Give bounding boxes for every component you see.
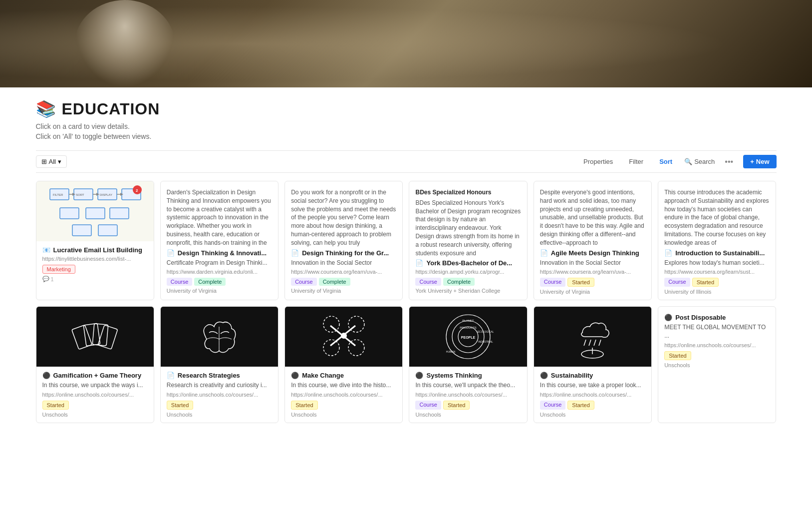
- game-svg: [67, 312, 122, 362]
- tag-complete: Complete: [194, 278, 226, 286]
- card-4-school: York University + Sheridan College: [415, 288, 521, 294]
- all-view-button[interactable]: ⊞ All ▾: [36, 155, 67, 168]
- card-4-header: BDes Specialized Honours: [415, 188, 521, 197]
- card-2-subtitle: Certificate Program in Design Thinki...: [167, 259, 272, 267]
- card-7-tags: Started: [42, 401, 148, 410]
- card-3-icon: 📄: [291, 249, 299, 257]
- page-subtitle-2: Click on 'All' to toggle between views.: [36, 132, 777, 140]
- tag-started-6: Started: [692, 278, 719, 287]
- tag-complete-4: Complete: [443, 278, 475, 286]
- svg-text:PRODUCTS: PRODUCTS: [460, 326, 477, 329]
- card-10-url: https://online.unschools.co/courses/...: [415, 392, 521, 398]
- card-4-tags: Course Complete: [415, 278, 521, 286]
- card-2-title: 📄 Design Thinking & Innovati...: [167, 249, 272, 257]
- svg-line-39: [594, 340, 596, 346]
- comment-icon: 💬: [42, 276, 49, 282]
- card-4-icon: 📄: [415, 259, 423, 267]
- svg-text:INDUSTRIAL: INDUSTRIAL: [478, 340, 493, 343]
- card-4-body: BDes Specialized Honours BDes Specialize…: [409, 181, 527, 299]
- card-9-image: [285, 307, 402, 367]
- card-9-tags: Started: [291, 401, 396, 410]
- card-8-title: 📄 Research Strategies: [167, 372, 272, 379]
- card-10-desc: In this course, we'll unpack the theo...: [415, 381, 521, 390]
- tag-course-4: Course: [415, 278, 441, 286]
- card-12-desc: MEET THE GLOBAL MOVEMENT TO ...: [664, 323, 770, 340]
- card-research[interactable]: 📄 Research Strategies Research is creati…: [160, 306, 278, 423]
- svg-point-27: [341, 333, 347, 339]
- grid-icon: ⊞: [41, 158, 47, 165]
- card-post-disposable[interactable]: ⚫ Post Disposable MEET THE GLOBAL MOVEME…: [658, 306, 776, 423]
- card-8-icon: 📄: [167, 372, 175, 379]
- svg-text:ECOLOGICAL: ECOLOGICAL: [478, 330, 494, 333]
- card-lucrative-email[interactable]: FILTER SORT DISPLAY 2 📧 Lucrativ: [36, 181, 154, 300]
- tag-started-10: Started: [443, 401, 470, 410]
- card-11-desc: In this course, we take a proper look...: [540, 381, 645, 390]
- card-design-thinking-1[interactable]: Darden's Specialization in Design Thinki…: [160, 181, 278, 300]
- card-6-desc: This course introduces the academic appr…: [664, 188, 770, 247]
- svg-text:SORT: SORT: [76, 193, 84, 196]
- card-1-tags: Marketing: [42, 265, 148, 274]
- svg-text:HUMAN: HUMAN: [446, 350, 456, 353]
- card-11-url: https://online.unschools.co/courses/...: [540, 392, 645, 398]
- svg-line-37: [584, 340, 586, 346]
- card-10-tags: Course Started: [415, 401, 521, 410]
- card-8-desc: Research is creativity and curiosity i..…: [167, 381, 272, 390]
- card-6-school: University of Illinois: [664, 289, 770, 295]
- card-8-school: Unschools: [167, 412, 272, 418]
- sort-button[interactable]: Sort: [655, 156, 676, 167]
- card-systems-thinking[interactable]: PEOPLE PRODUCTS PLANET ECOLOGICAL INDUST…: [409, 306, 527, 423]
- card-4-desc: BDes Specialized Honours York's Bachelor…: [415, 199, 521, 258]
- card-make-change[interactable]: ⚫ Make Change In this course, we dive in…: [284, 306, 403, 423]
- card-11-school: Unschools: [540, 412, 645, 418]
- card-9-url: https://online.unschools.co/courses/...: [291, 392, 396, 398]
- card-intro-sustainability[interactable]: This course introduces the academic appr…: [658, 181, 776, 300]
- card-5-tags: Course Started: [540, 278, 645, 287]
- card-agile-design[interactable]: Despite everyone's good intentions, hard…: [534, 181, 652, 300]
- tag-course-10: Course: [415, 401, 441, 410]
- card-3-school: University of Virginia: [291, 288, 396, 294]
- properties-button[interactable]: Properties: [579, 156, 617, 167]
- svg-text:PLANET: PLANET: [462, 319, 474, 322]
- new-button[interactable]: + New: [743, 155, 776, 168]
- card-9-icon: ⚫: [291, 372, 299, 379]
- card-9-body: ⚫ Make Change In this course, we dive in…: [285, 367, 402, 423]
- card-gamification[interactable]: ⚫ Gamification + Game Theory In this cou…: [36, 306, 154, 423]
- svg-rect-7: [60, 208, 79, 219]
- card-1-icon: 📧: [42, 246, 50, 254]
- card-8-url: https://online.unschools.co/courses/...: [167, 392, 272, 398]
- card-2-icon: 📄: [167, 249, 175, 257]
- svg-text:DISPLAY: DISPLAY: [100, 193, 112, 196]
- card-12-icon: ⚫: [664, 314, 672, 321]
- card-design-thinking-2[interactable]: Do you work for a nonprofit or in the so…: [284, 181, 403, 300]
- svg-rect-8: [86, 208, 105, 219]
- cards-grid-row1: FILTER SORT DISPLAY 2 📧 Lucrativ: [36, 181, 777, 300]
- card-4-url: https://design.ampd.yorku.ca/progr...: [415, 269, 521, 275]
- card-6-subtitle: Explores how today's human societi...: [664, 259, 770, 267]
- svg-point-21: [323, 316, 339, 332]
- card-4-title: 📄 York BDes-Bachelor of De...: [415, 259, 521, 267]
- card-york-bdes[interactable]: BDes Specialized Honours BDes Specialize…: [409, 181, 527, 300]
- plus-icon: +: [750, 158, 754, 165]
- card-5-url: https://www.coursera.org/learn/uva-...: [540, 269, 645, 275]
- card-3-url: https://www.coursera.org/learn/uva-...: [291, 269, 396, 275]
- svg-rect-18: [83, 324, 100, 346]
- more-options-button[interactable]: •••: [723, 157, 735, 166]
- card-10-icon: ⚫: [415, 372, 423, 379]
- filter-button[interactable]: Filter: [625, 156, 647, 167]
- card-sustainability[interactable]: ⚫ Sustainability In this course, we take…: [534, 306, 652, 423]
- brain-svg: [192, 312, 247, 362]
- card-7-title: ⚫ Gamification + Game Theory: [42, 372, 148, 379]
- card-6-icon: 📄: [664, 249, 672, 257]
- tag-course-6: Course: [664, 278, 690, 287]
- chevron-icon: ▾: [58, 158, 61, 165]
- hero-banner: [0, 0, 812, 87]
- search-button[interactable]: 🔍 Search: [684, 158, 715, 165]
- sustain-svg: [565, 312, 620, 362]
- card-2-school: University of Virginia: [167, 288, 272, 294]
- tag-started-7: Started: [42, 401, 69, 410]
- card-1-body: 📧 Lucrative Email List Building https://…: [36, 241, 154, 287]
- svg-rect-9: [110, 208, 129, 219]
- card-3-tags: Course Complete: [291, 278, 396, 286]
- svg-text:FILTER: FILTER: [53, 193, 63, 196]
- card-7-icon: ⚫: [42, 372, 50, 379]
